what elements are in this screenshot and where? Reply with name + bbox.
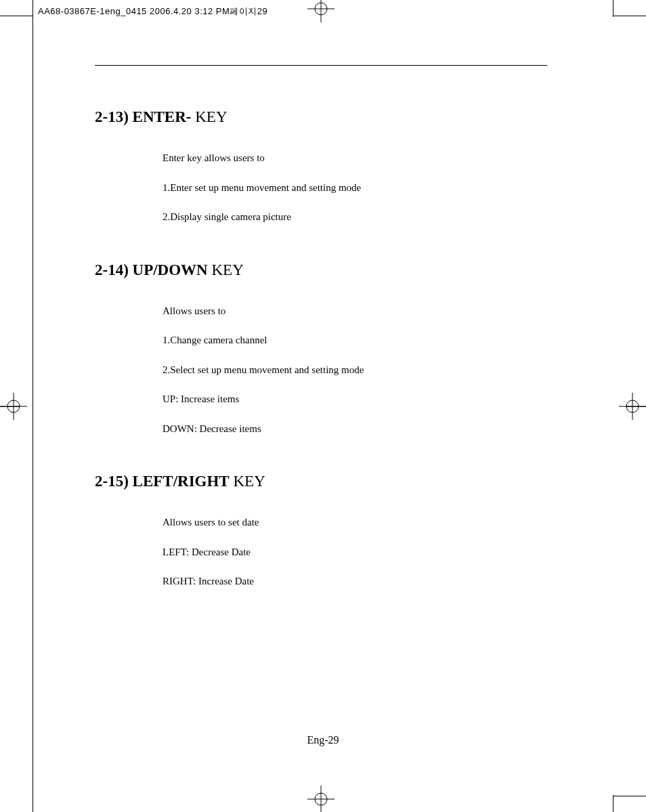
heading-bold: 2-14) UP/DOWN [95,261,208,278]
crop-mark [0,16,33,16]
heading-light: KEY [191,108,227,125]
section-enter-key: 2-13) ENTER- KEY Enter key allows users … [95,108,547,224]
body-text: RIGHT: Increase Date [163,575,547,589]
body-text: Enter key allows users to [163,152,547,165]
crop-mark [613,796,646,796]
heading-bold: 2-15) LEFT/RIGHT [95,473,230,490]
crop-mark [613,0,613,17]
section-heading: 2-15) LEFT/RIGHT KEY [95,473,547,490]
body-text: 1.Change camera channel [163,334,547,347]
horizontal-rule [95,65,547,66]
registration-mark-icon [307,786,335,812]
registration-mark-icon [0,393,27,420]
body-text: Allows users to [163,305,547,318]
body-text: Allows users to set date [163,516,547,530]
section-heading: 2-14) UP/DOWN KEY [95,261,547,279]
heading-light: KEY [230,473,265,490]
registration-mark-icon [619,393,646,420]
body-text: UP: Increase items [163,393,547,406]
section-body: Allows users to set date LEFT: Decrease … [95,516,547,589]
heading-bold: 2-13) ENTER- [95,108,191,125]
crop-mark [613,795,613,812]
heading-light: KEY [208,261,244,278]
page-number: Eng-29 [0,734,646,746]
registration-mark-icon [307,0,335,22]
section-body: Enter key allows users to 1.Enter set up… [95,152,547,224]
page-content: 2-13) ENTER- KEY Enter key allows users … [95,108,547,626]
body-text: 2.Select set up menu movement and settin… [163,364,547,377]
crop-mark [33,0,33,812]
section-updown-key: 2-14) UP/DOWN KEY Allows users to 1.Chan… [95,261,547,436]
body-text: 1.Enter set up menu movement and setting… [163,181,547,195]
body-text: DOWN: Decrease items [163,423,547,436]
print-header-slug: AA68-03867E-1eng_0415 2006.4.20 3:12 PM페… [38,5,267,18]
body-text: LEFT: Decrease Date [163,546,547,559]
section-leftright-key: 2-15) LEFT/RIGHT KEY Allows users to set… [95,473,547,589]
section-body: Allows users to 1.Change camera channel … [95,305,547,436]
body-text: 2.Display single camera picture [163,211,547,224]
crop-mark [613,16,646,16]
section-heading: 2-13) ENTER- KEY [95,108,547,126]
